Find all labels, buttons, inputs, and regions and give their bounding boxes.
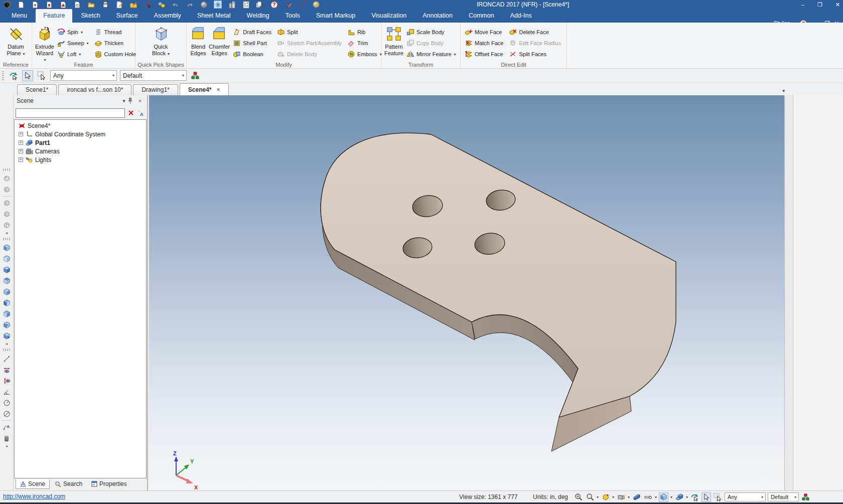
tab-sheet-metal[interactable]: Sheet Metal (190, 9, 238, 23)
render-caret-icon[interactable]: ▾ (612, 495, 614, 499)
panel-tab-scene[interactable]: Scene (16, 479, 50, 489)
sketch-line-icon[interactable] (298, 1, 306, 9)
iso-view-button[interactable] (1, 242, 12, 253)
shell-part-button[interactable]: Shell Part (232, 39, 274, 48)
tree-item-part1[interactable]: + Part1 (15, 138, 146, 147)
camera-caret-icon[interactable]: ▾ (628, 495, 630, 499)
checklist-icon[interactable] (242, 1, 250, 9)
document-tab-scene1[interactable]: Scene1* (17, 84, 57, 95)
collapse-arrow-icon[interactable]: ◂ (6, 342, 8, 347)
split-faces-button[interactable]: Split Faces (508, 50, 564, 59)
viewport-scrollbar[interactable] (785, 95, 793, 490)
shapes-icon[interactable] (158, 1, 166, 9)
reorient-tool-button[interactable] (690, 492, 699, 502)
datum-plane-button[interactable]: Datum Plane ▾ (3, 25, 29, 57)
scale-body-button[interactable]: Scale Body (405, 28, 459, 37)
clear-search-button[interactable] (126, 109, 135, 117)
markup-icon[interactable] (284, 1, 292, 9)
part-body[interactable] (321, 133, 676, 451)
extrude-wizard-button[interactable]: Extrude Wizard ▾ (35, 25, 54, 64)
bottom-view-button[interactable] (1, 286, 12, 297)
dimetric-view-button[interactable] (1, 330, 12, 342)
expand-toggle[interactable]: + (19, 140, 23, 145)
status-config-combo[interactable]: Default▾ (768, 492, 799, 501)
split-button[interactable]: Split (276, 28, 344, 37)
thread-button[interactable]: Thread (93, 28, 139, 37)
quick-block-button[interactable]: Quick Block ▾ (147, 25, 175, 57)
render-ball-icon[interactable] (312, 1, 320, 9)
tree-item-scene4[interactable]: Scene4* (15, 121, 146, 130)
rib-button[interactable]: Rib (346, 28, 384, 37)
sweep-button[interactable]: Sweep▾ (56, 39, 91, 48)
config-manager-button[interactable] (801, 492, 810, 502)
part-display-caret-icon[interactable]: ▾ (686, 495, 688, 499)
fov-caret-icon[interactable]: ▾ (655, 495, 657, 499)
catalog-document-icon[interactable]: C (73, 1, 81, 9)
panel-close-button[interactable]: × (136, 98, 144, 104)
emboss-button[interactable]: NEmboss▾ (346, 50, 384, 59)
shaded-view-button[interactable] (659, 492, 668, 502)
chamfer-edges-button[interactable]: Chamfer Edges (209, 25, 230, 56)
close-button[interactable]: ✕ (835, 2, 840, 8)
undo-icon[interactable] (172, 1, 180, 9)
measure-angle-icon[interactable] (1, 386, 12, 397)
draft-faces-button[interactable]: Draft Faces (232, 28, 274, 37)
camera-view-icon[interactable] (1, 220, 12, 231)
delete-face-button[interactable]: Delete Face (508, 28, 564, 37)
import-document-icon[interactable] (31, 1, 39, 9)
camera-view-icon[interactable] (1, 198, 12, 209)
redo-icon[interactable] (186, 1, 194, 9)
shaded-caret-icon[interactable]: ▾ (670, 495, 672, 499)
panel-menu-button[interactable]: ▾ (120, 98, 128, 104)
part-template-icon[interactable] (45, 1, 53, 9)
viewport-3d[interactable]: Z Y X (149, 95, 784, 490)
document-tab-ironcad-vs[interactable]: ironcad vs f...son 10* (58, 84, 131, 95)
reorient-tool-button[interactable] (8, 70, 19, 81)
tab-menu[interactable]: Menu (4, 9, 35, 23)
zoom-caret-icon[interactable]: ▾ (597, 495, 599, 499)
selection-filter-combo[interactable]: Any▾ (50, 70, 117, 81)
restore-button[interactable]: ❐ (817, 2, 822, 8)
top-view-button[interactable] (1, 275, 12, 286)
tab-sketch[interactable]: Sketch (73, 9, 107, 23)
status-filter-combo[interactable]: Any▾ (725, 492, 766, 501)
right-view-button[interactable] (1, 308, 12, 319)
assembly-template-icon[interactable] (59, 1, 67, 9)
add-cursor-icon[interactable] (144, 1, 152, 9)
open-folder-icon[interactable] (87, 1, 95, 9)
camera-view-icon[interactable] (1, 209, 12, 220)
save-icon[interactable] (101, 1, 109, 9)
move-face-button[interactable]: Move Face (464, 28, 506, 37)
trim-button[interactable]: Trim (346, 39, 384, 48)
box-select-tool-button[interactable] (713, 492, 723, 502)
blend-edges-button[interactable]: Blend Edges (190, 25, 207, 56)
copy-dropdown-icon[interactable] (256, 1, 264, 9)
custom-hole-button[interactable]: Custom Hole (93, 50, 139, 59)
smart-snap-icon[interactable] (214, 1, 222, 9)
collapse-arrow-icon[interactable]: ◂ (6, 231, 8, 236)
ironcad-link[interactable]: http://www.ironcad.com (3, 493, 65, 500)
left-view-button[interactable] (1, 297, 12, 308)
new-document-icon[interactable] (17, 1, 25, 9)
perspective-button[interactable] (632, 492, 641, 502)
tree-search-input[interactable] (16, 108, 125, 118)
smart-dimension-icon[interactable] (1, 353, 12, 364)
camera-view-icon[interactable] (1, 184, 12, 195)
pin-icon[interactable] (128, 98, 136, 104)
box-select-tool-button[interactable] (36, 70, 47, 81)
expand-toggle[interactable]: + (19, 132, 23, 136)
render-mode-button[interactable] (601, 492, 610, 502)
camera-edit-button[interactable] (616, 492, 626, 502)
render-sphere-icon[interactable] (200, 1, 208, 9)
loft-button[interactable]: Loft▾ (56, 50, 91, 59)
edit-folder-icon[interactable] (129, 1, 137, 9)
fov-60-button[interactable]: 60° (643, 492, 653, 502)
select-tool-button[interactable] (22, 70, 33, 81)
collapse-arrow-icon[interactable]: ◂ (6, 444, 8, 449)
tab-surface[interactable]: Surface (109, 9, 146, 23)
tree-item-lights[interactable]: + Lights (15, 155, 146, 164)
tab-close-icon[interactable]: × (217, 84, 220, 95)
config-manager-button[interactable] (190, 70, 201, 81)
boolean-button[interactable]: Boolean (232, 50, 274, 59)
zoom-in-button[interactable] (574, 492, 583, 502)
